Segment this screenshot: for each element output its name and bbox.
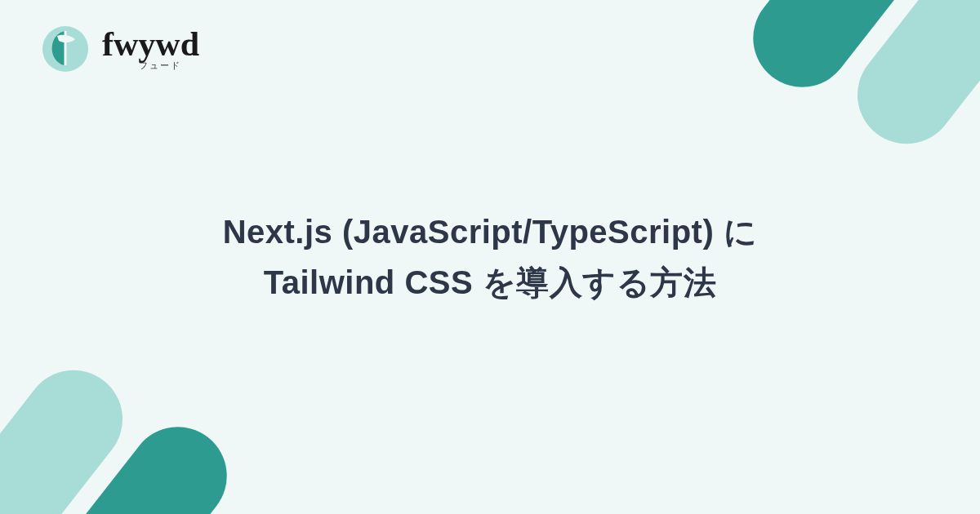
page-title: Next.js (JavaScript/TypeScript) に Tailwi… — [0, 206, 980, 308]
brand-subtitle: フュード — [139, 60, 181, 72]
title-line-1: Next.js (JavaScript/TypeScript) に — [49, 206, 931, 257]
brand-name: fwywd — [102, 27, 199, 61]
logo-text-group: fwywd フュード — [102, 27, 199, 72]
logo-mark-icon — [41, 24, 90, 73]
brand-logo: fwywd フュード — [41, 24, 199, 73]
title-line-2: Tailwind CSS を導入する方法 — [49, 257, 931, 308]
